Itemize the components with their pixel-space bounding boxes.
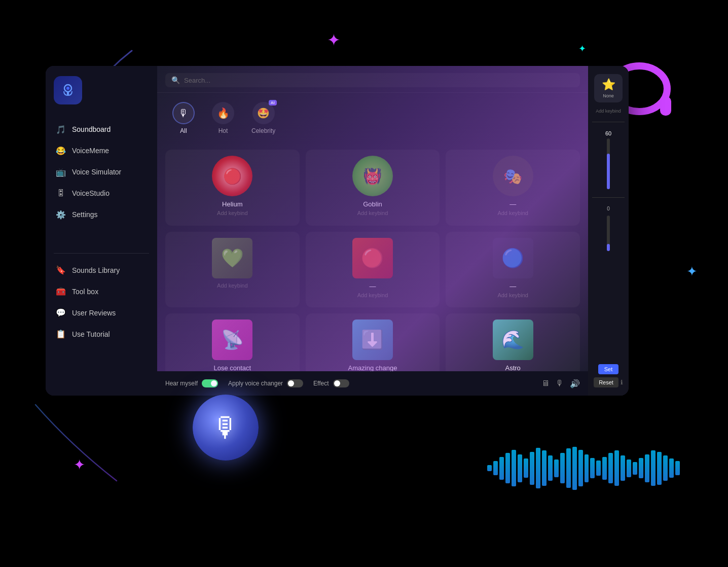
speaker-icon: 🔊 xyxy=(570,379,580,388)
sidebar-item-voice-simulator-label: Voice Simulator xyxy=(72,168,121,176)
search-input-wrapper: 🔍 xyxy=(165,73,580,87)
effect-goblin-keybind[interactable]: Add keybind xyxy=(312,210,434,216)
reset-button[interactable]: Reset xyxy=(594,377,618,387)
wave-bar xyxy=(578,450,583,486)
wave-bar xyxy=(542,450,547,486)
sidebar-nav-secondary: 🔖 Sounds Library 🧰 Tool box 💬 User Revie… xyxy=(46,258,157,388)
effect-fourth-image: 🔴 xyxy=(352,238,393,278)
apply-voice-label: Apply voice changer xyxy=(228,380,283,387)
effect-toggle[interactable] xyxy=(333,379,349,387)
wave-bar xyxy=(487,465,492,471)
settings-icon: ⚙️ xyxy=(56,209,66,220)
effect-card-fifth[interactable]: 🔵 — Add keybind xyxy=(446,232,580,308)
tab-all-label: All xyxy=(180,127,187,134)
effect-card-helium[interactable]: 🔴 Helium Add keybind xyxy=(165,150,300,226)
effect-helium-name: Helium xyxy=(171,200,294,208)
search-input[interactable] xyxy=(184,77,574,84)
effect-fifth-image: 🔵 xyxy=(493,238,533,278)
wave-bar xyxy=(536,448,540,488)
effect-helium-keybind[interactable]: Add keybind xyxy=(171,210,294,216)
wave-bar xyxy=(560,453,565,483)
info-icon: ℹ xyxy=(621,379,623,386)
wave-bar xyxy=(524,458,528,478)
voicestudio-icon: 🎛 xyxy=(56,188,66,198)
wave-bar xyxy=(572,447,577,490)
wave-bar xyxy=(614,450,619,486)
search-area: 🔍 xyxy=(157,66,588,93)
main-content: 🔍 🎙 All 🔥 Hot 🤩 AI xyxy=(157,66,588,396)
wave-bar xyxy=(602,457,607,480)
volume-display: 60 xyxy=(592,130,625,189)
wave-bar xyxy=(596,460,601,476)
sidebar-divider xyxy=(54,253,149,254)
app-logo-icon xyxy=(54,76,82,104)
sidebar-item-use-tutorial[interactable]: 📋 Use Tutorial xyxy=(46,324,157,345)
sidebar-item-user-reviews[interactable]: 💬 User Reviews xyxy=(46,302,157,324)
effect-third-keybind[interactable]: Add keybind xyxy=(452,210,574,216)
sidebar-item-voicememe[interactable]: 😂 VoiceMeme xyxy=(46,140,157,161)
effect-card-fourth[interactable]: 🔴 — Add keybind xyxy=(306,232,440,308)
slider-track-2[interactable] xyxy=(607,216,610,251)
effect-fourth-keybind[interactable]: Add keybind xyxy=(312,292,434,298)
effects-grid: 🔴 Helium Add keybind 👹 Goblin Add keybin… xyxy=(157,144,588,396)
star-icon: ⭐ xyxy=(602,78,615,91)
wave-bar xyxy=(566,448,571,488)
hear-myself-label: Hear myself xyxy=(165,380,198,387)
effect-card-third[interactable]: 🎭 — Add keybind xyxy=(446,150,580,226)
wave-bar xyxy=(585,454,589,482)
slider-fill-main xyxy=(607,154,610,189)
wave-bar xyxy=(639,458,643,478)
sidebar-nav-primary: 🎵 Soundboard 😂 VoiceMeme 📺 Voice Simulat… xyxy=(46,115,157,249)
effect-amazing-change-image: ⬇️ xyxy=(352,320,393,360)
add-keybind-btn[interactable]: Add keybind xyxy=(596,109,621,114)
slider-fill-2 xyxy=(607,244,610,251)
wave-bar xyxy=(669,458,674,478)
wave-bar xyxy=(657,452,662,485)
waveform xyxy=(487,448,680,488)
effect-control: Effect xyxy=(313,379,349,387)
preset-none-label: None xyxy=(603,93,614,98)
sidebar-item-voice-simulator[interactable]: 📺 Voice Simulator xyxy=(46,161,157,183)
svg-point-5 xyxy=(66,87,69,90)
effect-helium-image: 🔴 xyxy=(212,156,252,196)
voicememe-icon: 😂 xyxy=(56,146,66,156)
tab-hot[interactable]: 🔥 Hot xyxy=(205,98,241,138)
sidebar-item-settings[interactable]: ⚙️ Settings xyxy=(46,204,157,225)
tab-all[interactable]: 🎙 All xyxy=(165,98,202,138)
sidebar: 🎵 Soundboard 😂 VoiceMeme 📺 Voice Simulat… xyxy=(46,66,157,396)
effect-card-goblin[interactable]: 👹 Goblin Add keybind xyxy=(306,150,440,226)
sidebar-item-voicestudio[interactable]: 🎛 VoiceStudio xyxy=(46,183,157,204)
tab-hot-label: Hot xyxy=(219,127,228,134)
set-button[interactable]: Set xyxy=(598,364,619,374)
effect-giant-image: 💚 xyxy=(212,238,252,278)
preset-none[interactable]: ⭐ None xyxy=(594,74,623,102)
user-reviews-icon: 💬 xyxy=(56,308,66,318)
tab-hot-icon: 🔥 xyxy=(212,102,234,124)
deco-mic-ball: 🎙 xyxy=(193,395,259,460)
effect-fifth-keybind[interactable]: Add keybind xyxy=(452,292,574,298)
wave-bar xyxy=(651,450,656,486)
sidebar-item-soundboard[interactable]: 🎵 Soundboard xyxy=(46,119,157,140)
sidebar-logo xyxy=(46,66,157,115)
wave-bar xyxy=(590,458,595,478)
right-panel: ⭐ None Add keybind 60 0 Set Reset ℹ xyxy=(588,66,629,396)
slider-track-main[interactable] xyxy=(607,138,610,189)
sidebar-item-voicestudio-label: VoiceStudio xyxy=(72,189,110,197)
apply-voice-toggle[interactable] xyxy=(287,379,303,387)
tab-celebrity[interactable]: 🤩 AI Celebrity xyxy=(244,98,282,138)
sidebar-item-use-tutorial-label: Use Tutorial xyxy=(72,330,110,338)
hear-myself-toggle[interactable] xyxy=(202,379,218,387)
tab-all-icon: 🎙 xyxy=(172,102,195,124)
effect-third-name: — xyxy=(452,200,574,208)
effect-card-giant[interactable]: 💚 Add keybind xyxy=(165,232,300,308)
use-tutorial-icon: 📋 xyxy=(56,329,66,339)
sidebar-item-toolbox[interactable]: 🧰 Tool box xyxy=(46,281,157,302)
effect-goblin-image: 👹 xyxy=(352,156,393,196)
effect-astro-image: 🌊 xyxy=(493,320,533,360)
wave-bar xyxy=(493,461,498,475)
sidebar-item-sounds-library[interactable]: 🔖 Sounds Library xyxy=(46,260,157,281)
search-icon: 🔍 xyxy=(171,76,180,84)
toolbox-icon: 🧰 xyxy=(56,287,66,297)
sounds-library-icon: 🔖 xyxy=(56,265,66,275)
effect-giant-keybind[interactable]: Add keybind xyxy=(171,282,294,289)
